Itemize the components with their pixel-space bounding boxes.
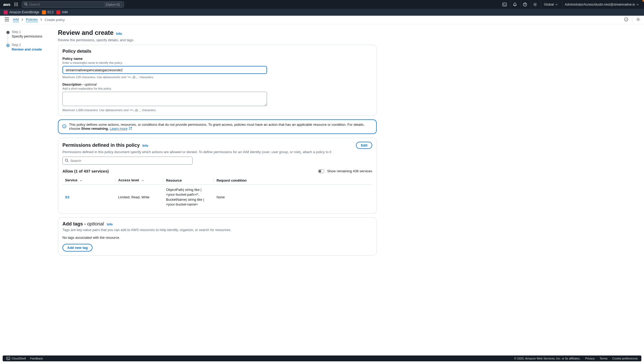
policy-name-input[interactable] (62, 66, 267, 74)
show-remaining-label: Show remaining 436 services (327, 169, 372, 173)
info-icon (62, 124, 66, 129)
sort-asc-icon (80, 178, 82, 182)
svg-rect-4 (16, 4, 16, 5)
apps-grid-icon[interactable] (14, 2, 18, 6)
service-iam[interactable]: IAM (56, 10, 67, 14)
svg-line-25 (67, 161, 69, 162)
permissions-search-input[interactable] (70, 159, 190, 163)
info-alert: This policy defines some actions, resour… (58, 119, 377, 134)
breadcrumb-current: Create policy (45, 18, 65, 22)
policy-desc-label: Description - optional (62, 82, 372, 86)
col-service[interactable]: Service (62, 176, 116, 185)
permissions-table: Service Access level Resource (62, 176, 372, 210)
cell-access: Limited: Read, Write (116, 185, 163, 210)
svg-rect-3 (14, 4, 15, 5)
svg-point-24 (65, 159, 68, 161)
edit-button[interactable]: Edit (356, 142, 372, 149)
top-header: aws [Option+S] Global AdministratorAcces… (0, 0, 644, 9)
cell-resource: ObjectPath| string like |<your-bucket-pa… (163, 185, 214, 210)
cell-condition: None (214, 185, 372, 210)
eventbridge-icon (4, 10, 8, 14)
search-icon (65, 158, 69, 163)
col-resource[interactable]: Resource (163, 176, 214, 185)
tags-heading: Add tags - optional (62, 221, 105, 227)
tags-desc: Tags are key-value pairs that you can ad… (62, 228, 372, 232)
policy-details-panel: Policy details Policy name Enter a meani… (58, 45, 377, 116)
allow-title: Allow (1 of 437 services) (62, 169, 109, 173)
svg-rect-7 (16, 5, 16, 6)
region-selector[interactable]: Global (541, 1, 560, 9)
settings-icon[interactable] (531, 1, 539, 9)
breadcrumb-policies[interactable]: Policies (26, 18, 38, 22)
tags-panel: Add tags - optional Info Tags are key-va… (58, 217, 377, 256)
search-icon (24, 2, 28, 7)
notifications-icon[interactable] (511, 1, 519, 9)
learn-more-link[interactable]: Learn more (110, 127, 127, 131)
header-right: Global AdministratorAccess/dustin.nest@s… (501, 1, 641, 9)
service-favorites-bar: Amazon EventBridge EC2 IAM (0, 9, 644, 16)
svg-rect-1 (16, 3, 16, 3)
step-bullet-done-icon (6, 31, 10, 34)
service-s3-link[interactable]: S3 (65, 195, 69, 199)
cloudshell-icon[interactable] (501, 1, 509, 9)
col-access[interactable]: Access level (116, 176, 163, 185)
svg-rect-6 (14, 5, 15, 6)
aws-logo[interactable]: aws (3, 2, 10, 7)
page-header: Review and create Info Review the permis… (58, 29, 377, 42)
policy-details-heading: Policy details (62, 49, 372, 54)
search-shortcut: [Option+S] (104, 3, 122, 6)
iam-icon (56, 10, 60, 14)
policy-name-hint: Enter a meaningful name to identify this… (62, 61, 372, 64)
svg-rect-11 (503, 3, 506, 6)
show-remaining-toggle-row: Show remaining 436 services (318, 169, 372, 173)
page-title: Review and create (58, 29, 113, 36)
svg-rect-5 (17, 4, 18, 5)
chevron-down-icon (637, 3, 639, 6)
table-row: S3 Limited: Read, Write ObjectPath| stri… (62, 185, 372, 210)
permissions-desc: Permissions defined in this policy docum… (62, 150, 372, 154)
no-tags-text: No tags associated with the resource. (62, 236, 372, 240)
tags-info-link[interactable]: Info (107, 223, 113, 226)
notification-dot (642, 0, 644, 2)
policy-name-constraint: Maximum 128 characters. Use alphanumeric… (62, 76, 372, 79)
page-settings-icon[interactable] (636, 17, 640, 22)
page-help-icon[interactable] (624, 17, 628, 22)
info-alert-text: This policy defines some actions, resour… (69, 123, 372, 131)
page-subtitle: Review the permissions, specify details,… (58, 38, 377, 42)
policy-desc-hint: Add a short explanation for this policy. (62, 87, 372, 90)
region-label: Global (544, 2, 554, 6)
account-selector[interactable]: AdministratorAccess/dustin.nest@streamna… (562, 1, 641, 9)
permissions-search[interactable] (62, 157, 193, 165)
svg-point-20 (638, 19, 639, 20)
help-icon[interactable] (521, 1, 529, 9)
chevron-down-icon (556, 3, 558, 6)
policy-desc-constraint: Maximum 1,000 characters. Use alphanumer… (62, 108, 372, 112)
policy-name-label: Policy name (62, 57, 372, 61)
permissions-info-link[interactable]: Info (142, 144, 148, 148)
svg-rect-2 (17, 3, 18, 3)
service-ec2[interactable]: EC2 (42, 10, 54, 14)
breadcrumb: IAM Policies Create policy (13, 18, 65, 22)
svg-point-9 (24, 3, 27, 5)
breadcrumb-iam[interactable]: IAM (13, 18, 19, 22)
external-link-icon (129, 127, 132, 131)
breadcrumb-sep (40, 18, 42, 22)
permissions-panel: Permissions defined in this policy Info … (58, 138, 377, 214)
col-condition[interactable]: Request condition (214, 176, 372, 185)
svg-rect-0 (14, 3, 15, 3)
global-search[interactable]: [Option+S] (22, 1, 124, 8)
service-eventbridge[interactable]: Amazon EventBridge (4, 10, 39, 14)
policy-desc-input[interactable] (62, 92, 267, 106)
hamburger-icon[interactable] (5, 18, 9, 22)
page-info-link[interactable]: Info (116, 32, 122, 36)
svg-rect-8 (17, 5, 18, 6)
add-new-tag-button[interactable]: Add new tag (62, 244, 92, 252)
wizard-step-2[interactable]: Step 2 Review and create (6, 43, 58, 56)
wizard-nav: Step 1 Specify permissions Step 2 Review… (0, 24, 58, 270)
show-remaining-toggle[interactable] (318, 169, 324, 173)
search-input[interactable] (29, 2, 104, 6)
main-layout: Step 1 Specify permissions Step 2 Review… (0, 24, 644, 270)
svg-point-13 (535, 4, 536, 5)
step-bullet-active-icon (6, 44, 10, 47)
wizard-step-1[interactable]: Step 1 Specify permissions (6, 30, 58, 43)
